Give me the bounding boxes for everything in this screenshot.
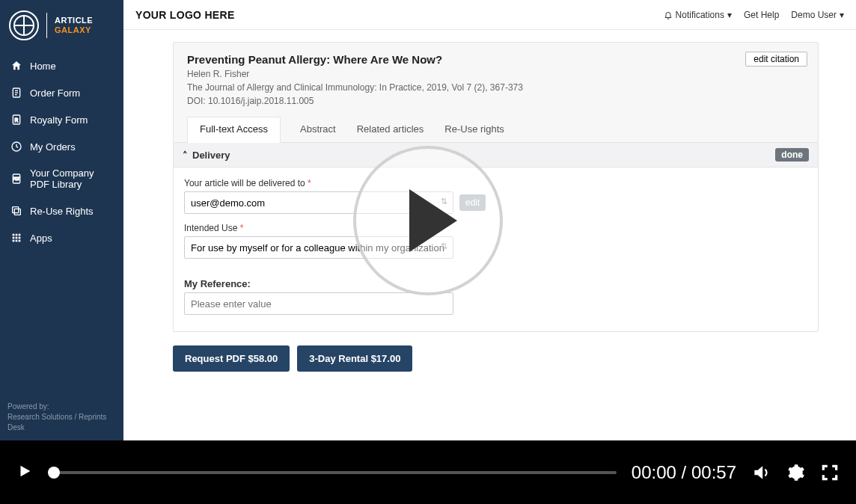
sidebar-item-label: Re-Use Rights [30,206,94,217]
royalty-icon: R [10,114,22,126]
player-time: 00:00 / 00:57 [632,462,736,483]
chevron-down-icon: ▾ [840,10,844,20]
sidebar-item-label: Order Form [30,87,80,99]
rental-button[interactable]: 3-Day Rental $17.00 [297,345,412,372]
tab-related[interactable]: Related articles [355,117,426,142]
svg-text:PDF: PDF [13,177,19,181]
brand-line1: ARTICLE [55,16,93,25]
form-icon [10,87,22,99]
sidebar-item-label: My Orders [30,141,76,153]
article-author: Helen R. Fisher [187,69,804,79]
sidebar-item-label: Your Company PDF Library [30,168,113,190]
user-menu[interactable]: Demo User ▾ [791,10,844,20]
delivery-section-header[interactable]: ˄ Delivery done [174,143,818,168]
sidebar-item-order-form[interactable]: Order Form [0,79,123,106]
svg-rect-10 [13,207,19,213]
svg-rect-9 [14,209,20,215]
video-play-overlay-button[interactable] [353,146,503,295]
edit-citation-button[interactable]: edit citation [745,52,807,67]
svg-rect-16 [19,237,21,239]
sidebar-item-pdf-library[interactable]: PDF Your Company PDF Library [0,160,123,197]
player-fullscreen-button[interactable] [820,463,840,482]
article-title: Preventing Peanut Allergy: Where Are We … [187,53,804,66]
video-player-bar: 00:00 / 00:57 [0,440,856,504]
powered-by-text: Research Solutions / Reprints Desk [7,412,116,433]
done-badge: done [775,148,809,162]
brand-mark-icon [9,10,39,40]
article-journal: The Journal of Allergy and Clinical Immu… [187,82,804,93]
my-reference-input[interactable] [184,292,453,315]
history-icon [10,141,22,153]
sidebar-item-home[interactable]: Home [0,52,123,79]
chevron-up-icon: ˄ [183,150,188,161]
player-settings-button[interactable] [786,463,805,482]
powered-by-label: Powered by: [7,402,116,412]
svg-rect-15 [16,237,18,239]
delivery-section-title: Delivery [192,150,230,161]
home-icon [10,60,22,72]
sidebar-item-royalty-form[interactable]: R Royalty Form [0,106,123,133]
sidebar-item-label: Royalty Form [30,114,88,126]
sidebar-item-apps[interactable]: Apps [0,224,123,251]
svg-rect-12 [16,234,18,236]
svg-rect-18 [16,240,18,242]
apps-icon [10,232,22,244]
article-doi: DOI: 10.1016/j.jaip.2018.11.005 [187,96,804,106]
bell-icon [664,10,673,19]
tab-reuse-rights[interactable]: Re-Use rights [443,117,505,142]
get-help-link[interactable]: Get Help [744,10,779,20]
brand-line2: GALAXY [55,25,93,35]
my-reference-label: My Reference: [184,278,807,289]
copy-icon [10,205,22,217]
sidebar-item-my-orders[interactable]: My Orders [0,133,123,160]
delivery-email-label: Your article will be delivered to * [184,178,807,188]
pdf-icon: PDF [10,173,22,185]
chevron-down-icon: ▾ [727,10,732,20]
customer-logo-placeholder: YOUR LOGO HERE [135,9,235,21]
svg-rect-19 [19,240,21,242]
sidebar-item-label: Home [30,61,56,72]
player-seek-track[interactable] [48,471,617,474]
svg-rect-13 [19,234,21,236]
sidebar-item-label: Apps [30,233,52,244]
player-play-button[interactable] [16,463,33,482]
request-pdf-button[interactable]: Request PDF $58.00 [173,345,290,372]
svg-rect-11 [13,234,15,236]
svg-rect-17 [13,240,15,242]
play-triangle-icon [409,189,457,252]
player-volume-button[interactable] [751,463,771,482]
tab-fulltext[interactable]: Full-text Access [187,117,281,143]
svg-text:R: R [15,117,19,123]
svg-rect-14 [13,237,15,239]
brand-logo: ARTICLE GALAXY [0,0,123,52]
player-seek-thumb[interactable] [48,467,60,479]
notifications-menu[interactable]: Notifications ▾ [664,10,732,20]
tab-abstract[interactable]: Abstract [299,117,337,142]
citation-card: edit citation Preventing Peanut Allergy:… [173,42,819,143]
sidebar-item-reuse-rights[interactable]: Re-Use Rights [0,197,123,224]
